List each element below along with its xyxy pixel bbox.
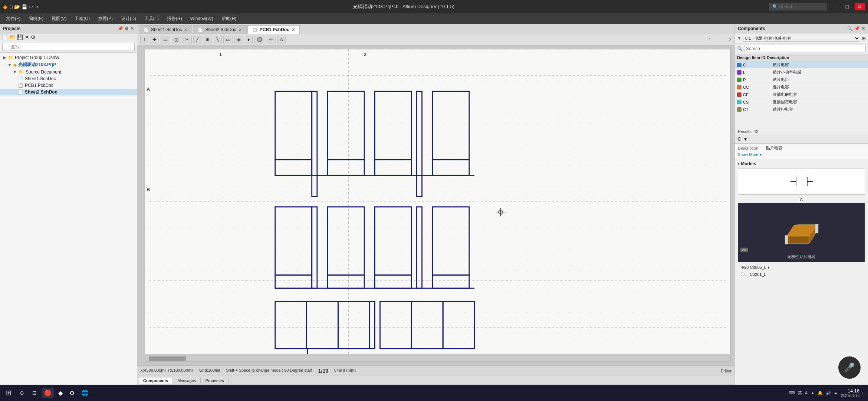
save-project-icon[interactable]: 💾 — [17, 34, 23, 40]
horizontal-scrollbar[interactable] — [145, 356, 731, 362]
tree-item-project[interactable]: ▼ ◆ 光耦驱动2103.PrjP — [0, 61, 137, 69]
tool-rect2[interactable]: ▭ — [223, 36, 233, 43]
tree-item-source-doc[interactable]: ▼ 📁 Source Document — [0, 69, 137, 75]
comp-row-c[interactable]: C 贴片电容 — [735, 61, 868, 69]
tool-radio[interactable]: 🔘 — [254, 36, 265, 43]
canvas-area: 1 2 A B — [137, 45, 734, 365]
tree-label-sheet2: Sheet2.SchDoc — [25, 89, 57, 95]
comp-row-r[interactable]: R 贴片电阻 — [735, 76, 868, 84]
tab-sheet2[interactable]: 📄 Sheet2.SchDoc ✕ — [193, 25, 246, 34]
model-2d-svg — [787, 174, 816, 189]
open-project-icon[interactable]: 📂 — [9, 34, 16, 40]
tool-text[interactable]: T — [140, 36, 148, 43]
comp-id-ct: CT — [743, 107, 773, 112]
panel-tab-messages[interactable]: Messages — [173, 378, 201, 384]
project-search-input[interactable] — [2, 43, 135, 51]
menu-window[interactable]: Window(W) — [187, 15, 217, 22]
search-taskbar[interactable]: ⊙ — [17, 388, 27, 397]
tree-item-sheet2[interactable]: 📄 Sheet2.SchDoc — [0, 89, 137, 95]
menu-tools[interactable]: 工具(T) — [141, 14, 162, 23]
menu-view[interactable]: 视图(V) — [48, 14, 70, 23]
tool-marker[interactable]: ◈ — [234, 36, 243, 43]
menu-project[interactable]: 工程(C) — [71, 14, 93, 23]
tab-pcb-close[interactable]: ✕ — [292, 27, 295, 32]
tool-line[interactable]: ╱ — [193, 36, 201, 43]
panel-settings-icon[interactable]: ⚙ — [125, 26, 129, 31]
radio-button[interactable] — [741, 273, 744, 276]
tool-target[interactable]: ⊕ — [203, 36, 212, 43]
tool-cross[interactable]: ✚ — [150, 36, 159, 43]
comp-grid-icon[interactable]: ⊞ — [862, 36, 866, 41]
comp-row-ct[interactable]: CT 贴片钽电容 — [735, 106, 868, 113]
menu-report[interactable]: 报告(R) — [163, 14, 186, 23]
panel-close-icon[interactable]: ✕ — [130, 26, 134, 31]
network-icon[interactable]: ⏶ — [834, 391, 838, 395]
clock[interactable]: 14:16 2021/01/18 — [841, 388, 859, 398]
pcb-canvas[interactable]: 1 2 A B — [145, 49, 731, 354]
menu-edit[interactable]: 编辑(E) — [25, 14, 47, 23]
expand-icon-source: ▼ — [13, 69, 17, 75]
tree-item-pcb[interactable]: 📋 PCB1.PcbDoc — [0, 82, 137, 89]
show-more-link[interactable]: Show More ▾ — [738, 152, 762, 157]
undo-icon[interactable]: ↩ — [29, 4, 33, 10]
new-icon[interactable]: □ — [10, 4, 13, 10]
tree-item-project-group[interactable]: ▶ 📁 Project Group 1.DsnW — [0, 54, 137, 61]
page-indicator-2: 2 — [729, 37, 731, 42]
menu-design[interactable]: 设计(D) — [117, 14, 140, 23]
close-project-icon[interactable]: ✕ — [25, 34, 29, 40]
notification-icon[interactable]: □ — [862, 391, 865, 395]
taskbar-app-3[interactable]: ⚙ — [67, 388, 77, 398]
taskbar-app-4[interactable]: 🌐 — [79, 388, 91, 398]
start-button[interactable]: ⊞ — [3, 387, 14, 398]
keyboard-icon[interactable]: ⌨ — [789, 391, 795, 395]
project-settings-icon[interactable]: ⚙ — [31, 34, 36, 40]
mic-button[interactable]: 🎤 — [838, 356, 861, 379]
panel-pin-icon[interactable]: 📌 — [118, 26, 123, 31]
comp-filter-icon[interactable]: 🔍 — [847, 26, 853, 31]
taskview-icon[interactable]: ⊡ — [29, 388, 40, 397]
comp-row-l[interactable]: L 贴片小功率电感 — [735, 69, 868, 76]
lang-a[interactable]: A — [805, 391, 808, 395]
tool-pencil[interactable]: ✏ — [267, 36, 276, 43]
comp-item-label: C0201_L — [747, 271, 769, 277]
taskbar-app-2[interactable]: ◆ — [56, 388, 65, 398]
comp-dropdown-icon[interactable]: ▼ — [743, 137, 748, 142]
panel-tab-properties[interactable]: Properties — [201, 378, 228, 384]
menu-help[interactable]: 帮助(H) — [218, 14, 240, 23]
tree-item-sheet1[interactable]: 📄 Sheet1.SchDoc — [0, 75, 137, 82]
taskbar-app-1[interactable]: 🔴 — [42, 388, 54, 398]
minimize-button[interactable]: ─ — [830, 3, 840, 10]
redo-icon[interactable]: ↪ — [34, 4, 39, 10]
comp-row-cs[interactable]: CS 直插固态电容 — [735, 98, 868, 106]
menu-place[interactable]: 放置(P) — [94, 14, 116, 23]
scrollbar-thumb-h[interactable] — [149, 356, 186, 361]
tab-sheet2-close[interactable]: ✕ — [239, 27, 242, 32]
tab-sheet1[interactable]: 📄 Sheet1.SchDoc ✕ — [139, 25, 192, 34]
comp-filter-select[interactable]: 0.1 - 电阻-电容-电感-电容 — [743, 35, 860, 42]
volume-icon[interactable]: 🔊 — [826, 391, 831, 395]
menu-file[interactable]: 文件(F) — [2, 14, 24, 23]
tool-rect[interactable]: ▭ — [161, 36, 170, 43]
bell-icon[interactable]: 🔔 — [818, 391, 823, 395]
tab-pcb[interactable]: 📋 PCB1.PcbDoc ✕ — [247, 25, 300, 34]
close-button[interactable]: ✕ — [855, 3, 865, 10]
tool-diag[interactable]: ╲ — [214, 36, 222, 43]
comp-row-ce[interactable]: CE 直插电解电容 — [735, 91, 868, 98]
tool-diamond[interactable]: ♦ — [245, 36, 253, 43]
comp-close-icon[interactable]: ✕ — [861, 26, 865, 31]
comp-pin-icon[interactable]: 📌 — [854, 26, 860, 31]
tool-label[interactable]: A — [277, 36, 286, 43]
titlebar-search-input[interactable] — [779, 4, 824, 9]
save-icon[interactable]: 💾 — [22, 4, 27, 10]
tool-cut[interactable]: ✂ — [183, 36, 192, 43]
comp-search-input[interactable] — [744, 45, 866, 52]
open-icon[interactable]: 📂 — [14, 4, 20, 10]
chevron-up-icon[interactable]: ▲ — [811, 391, 815, 395]
restore-button[interactable]: □ — [843, 3, 852, 10]
tab-sheet1-close[interactable]: ✕ — [184, 27, 187, 32]
tool-circle[interactable]: ◎ — [172, 36, 181, 43]
panel-tab-components[interactable]: Components — [139, 378, 173, 384]
comp-row-cc[interactable]: CC 叠片电容 — [735, 84, 868, 91]
lang-en[interactable]: 英 — [798, 390, 802, 396]
new-project-icon[interactable]: 📄 — [1, 34, 8, 40]
